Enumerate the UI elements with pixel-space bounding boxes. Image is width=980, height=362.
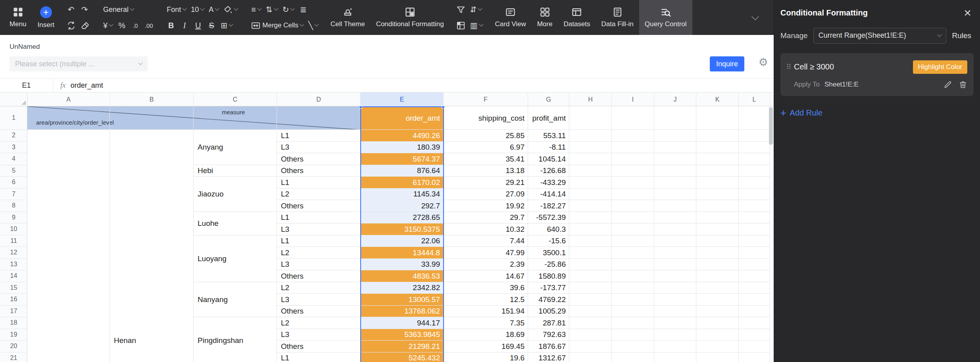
more-button[interactable]: More xyxy=(532,0,558,35)
query-select-input[interactable]: Please select (multiple ... xyxy=(10,56,148,71)
fill-color-button[interactable] xyxy=(221,3,240,16)
cell-F14[interactable]: 14.67 xyxy=(444,270,528,282)
format-eraser-button[interactable] xyxy=(79,19,92,32)
cell-D13[interactable]: L3 xyxy=(277,259,361,271)
cell-G6[interactable]: -433.29 xyxy=(528,177,569,189)
cell-F18[interactable]: 7.35 xyxy=(444,317,528,329)
data-fillin-button[interactable]: Data Fill-in xyxy=(596,0,639,35)
underline-button[interactable]: U xyxy=(192,19,204,32)
select-all-corner[interactable] xyxy=(0,92,27,106)
cell-F5[interactable]: 13.18 xyxy=(444,165,528,177)
cell-D4[interactable]: Others xyxy=(277,153,361,165)
column-header-H[interactable]: H xyxy=(569,92,612,106)
cell-E2[interactable]: 4490.26 xyxy=(361,130,444,142)
city-cell-Luoyang[interactable]: Luoyang xyxy=(194,235,277,282)
city-cell-Luohe[interactable]: Luohe xyxy=(194,212,277,235)
row-header-1[interactable]: 1 xyxy=(0,106,27,130)
column-header-B[interactable]: B xyxy=(110,92,194,106)
cell-F10[interactable]: 10.32 xyxy=(444,223,528,235)
cell-G2[interactable]: 553.11 xyxy=(528,130,569,142)
cell-E14[interactable]: 4836.53 xyxy=(361,270,444,282)
cell-E19[interactable]: 5363.9845 xyxy=(361,329,444,341)
row-header-21[interactable]: 21 xyxy=(0,352,27,362)
cell-reference-box[interactable]: E1 xyxy=(0,79,53,92)
cell-D8[interactable]: Others xyxy=(277,200,361,212)
cell-F8[interactable]: 19.92 xyxy=(444,200,528,212)
row-header-15[interactable]: 15 xyxy=(0,282,27,294)
currency-format-button[interactable]: ¥ xyxy=(101,19,115,32)
cell-F11[interactable]: 7.44 xyxy=(444,235,528,247)
row-header-18[interactable]: 18 xyxy=(0,317,27,329)
city-cell-Nanyang[interactable]: Nanyang xyxy=(194,282,277,318)
rule-style-badge[interactable]: Highlight Color xyxy=(913,60,968,74)
cell-G19[interactable]: 792.63 xyxy=(528,329,569,341)
cell-F6[interactable]: 29.21 xyxy=(444,177,528,189)
column-header-G[interactable]: G xyxy=(528,92,569,106)
cell-E13[interactable]: 33.99 xyxy=(361,259,444,271)
row-header-11[interactable]: 11 xyxy=(0,235,27,247)
row-header-14[interactable]: 14 xyxy=(0,270,27,282)
cell-D6[interactable]: L1 xyxy=(277,177,361,189)
city-cell-Pingdingshan[interactable]: Pingdingshan xyxy=(194,317,277,362)
number-format-dropdown[interactable]: General xyxy=(101,3,136,16)
font-size-dropdown[interactable]: 10 xyxy=(189,3,206,16)
cell-E16[interactable]: 13005.57 xyxy=(361,294,444,306)
cell-D16[interactable]: L3 xyxy=(277,294,361,306)
cell-D12[interactable]: L2 xyxy=(277,247,361,259)
row-header-2[interactable]: 2 xyxy=(0,130,27,142)
formula-input[interactable]: order_amt xyxy=(71,81,103,90)
column-header-L[interactable]: L xyxy=(739,92,770,106)
cell-G16[interactable]: 4769.22 xyxy=(528,294,569,306)
column-header-D[interactable]: D xyxy=(277,92,361,106)
cell-D20[interactable]: Others xyxy=(277,341,361,352)
italic-button[interactable]: I xyxy=(178,19,191,32)
cell-E3[interactable]: 180.39 xyxy=(361,142,444,154)
vertical-align-button[interactable]: ⇅ xyxy=(264,3,280,16)
city-cell-Anyang[interactable]: Anyang xyxy=(194,130,277,165)
cell-F20[interactable]: 169.45 xyxy=(444,341,528,352)
cell-E9[interactable]: 2728.65 xyxy=(361,212,444,224)
cell-E5[interactable]: 876.64 xyxy=(361,165,444,177)
row-header-17[interactable]: 17 xyxy=(0,306,27,318)
cell-F7[interactable]: 27.09 xyxy=(444,189,528,200)
row-header-8[interactable]: 8 xyxy=(0,200,27,212)
cell-D15[interactable]: L2 xyxy=(277,282,361,294)
redo-icon[interactable]: ↷ xyxy=(78,3,91,16)
rules-link[interactable]: Rules xyxy=(952,31,971,40)
cell-D18[interactable]: L2 xyxy=(277,317,361,329)
cell-E6[interactable]: 6170.02 xyxy=(361,177,444,189)
cell-F4[interactable]: 35.41 xyxy=(444,153,528,165)
cell-F2[interactable]: 25.85 xyxy=(444,130,528,142)
cell-D11[interactable]: L1 xyxy=(277,235,361,247)
selection-handle-right[interactable] xyxy=(442,106,445,108)
bold-button[interactable]: B xyxy=(165,19,177,32)
cell-E15[interactable]: 2342.82 xyxy=(361,282,444,294)
cell-E21[interactable]: 5245.432 xyxy=(361,352,444,362)
cell-E7[interactable]: 1145.34 xyxy=(361,189,444,200)
row-header-12[interactable]: 12 xyxy=(0,247,27,259)
undo-icon[interactable]: ↶ xyxy=(65,3,77,16)
cell-G3[interactable]: -8.11 xyxy=(528,142,569,154)
cell-E8[interactable]: 292.7 xyxy=(361,200,444,212)
row-header-4[interactable]: 4 xyxy=(0,153,27,165)
cell-F3[interactable]: 6.97 xyxy=(444,142,528,154)
cell-E10[interactable]: 3150.5375 xyxy=(361,223,444,235)
inquire-button[interactable]: Inquire xyxy=(710,56,744,71)
header-cell-order_amt[interactable]: order_amt xyxy=(361,106,444,130)
font-color-button[interactable]: A xyxy=(207,3,221,16)
column-header-A[interactable]: A xyxy=(27,92,110,106)
cell-G10[interactable]: 640.3 xyxy=(528,223,569,235)
cell-G18[interactable]: 287.81 xyxy=(528,317,569,329)
cell-E4[interactable]: 5674.37 xyxy=(361,153,444,165)
edit-pencil-icon[interactable] xyxy=(943,80,952,89)
cell-D2[interactable]: L1 xyxy=(277,130,361,142)
collapse-toolbar-button[interactable] xyxy=(746,8,764,27)
row-header-7[interactable]: 7 xyxy=(0,189,27,200)
increase-decimal-button[interactable]: .00 xyxy=(142,19,155,32)
gear-icon[interactable]: ⚙ xyxy=(759,57,768,68)
city-cell-Hebi[interactable]: Hebi xyxy=(194,165,277,177)
cell-D3[interactable]: L3 xyxy=(277,142,361,154)
diagonal-border-button[interactable]: ╲ xyxy=(306,19,320,32)
indent-button[interactable]: ≣ xyxy=(297,3,309,16)
trash-icon[interactable] xyxy=(959,80,967,89)
